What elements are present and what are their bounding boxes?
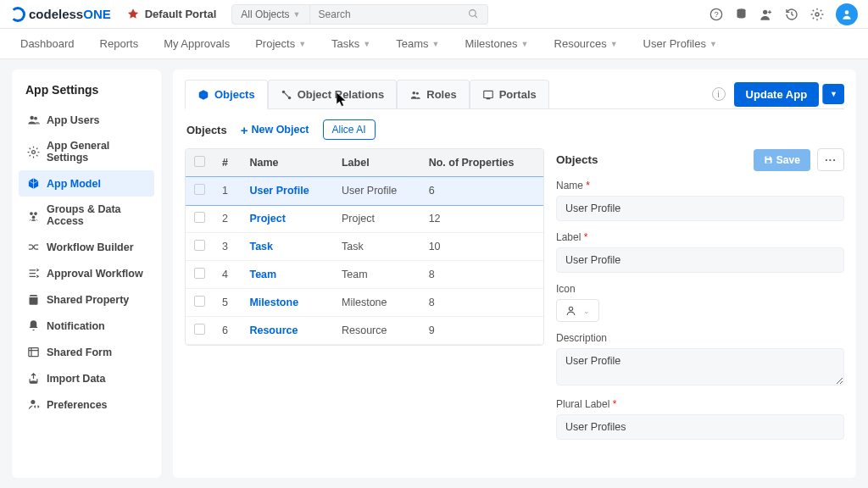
object-link[interactable]: Milestone	[249, 297, 298, 308]
save-button[interactable]: Save	[754, 149, 810, 171]
table-row[interactable]: 1User ProfileUser Profile6	[186, 177, 543, 205]
tabs: ObjectsObject RelationsRolesPortals i Up…	[185, 80, 844, 109]
svg-point-12	[34, 212, 37, 215]
svg-point-5	[763, 9, 767, 14]
col-header[interactable]: #	[214, 149, 241, 177]
plural-field[interactable]	[556, 414, 844, 440]
row-checkbox[interactable]	[194, 296, 205, 307]
table-row[interactable]: 5MilestoneMilestone8	[186, 289, 543, 317]
svg-point-11	[30, 212, 33, 215]
sidebar-icon	[27, 114, 40, 126]
nav-reports[interactable]: Reports	[100, 37, 139, 50]
svg-line-1	[475, 15, 477, 18]
svg-point-24	[569, 307, 572, 310]
tab-object-relations[interactable]: Object Relations	[268, 80, 398, 108]
person-icon	[565, 305, 576, 316]
sidebar-item-workflow-builder[interactable]: Workflow Builder	[19, 234, 154, 260]
row-checkbox[interactable]	[194, 212, 205, 223]
tab-roles[interactable]: Roles	[397, 80, 469, 108]
object-link[interactable]: Resource	[249, 324, 298, 336]
object-link[interactable]: User Profile	[249, 185, 309, 197]
col-header[interactable]: Name	[241, 149, 333, 177]
svg-point-8	[30, 116, 33, 119]
objects-table: #NameLabelNo. of Properties 1User Profil…	[185, 148, 544, 346]
help-icon[interactable]: ?	[709, 8, 723, 21]
icon-select[interactable]: ⌄	[556, 299, 599, 322]
search-input[interactable]	[310, 4, 488, 25]
svg-point-10	[32, 150, 36, 153]
alice-ai-button[interactable]: Alice AI	[323, 119, 376, 140]
info-icon[interactable]: i	[712, 87, 726, 101]
topbar: codelessONE Default Portal All Objects ▼…	[0, 0, 868, 29]
more-button[interactable]: ···	[817, 148, 844, 171]
svg-point-6	[815, 13, 819, 16]
new-object-button[interactable]: +New Object	[241, 123, 309, 137]
nav-user-profiles[interactable]: User Profiles▼	[643, 37, 717, 50]
table-row[interactable]: 6ResourceResource9	[186, 317, 543, 345]
sidebar-item-approval-workflow[interactable]: Approval Workflow	[19, 260, 154, 286]
avatar[interactable]	[836, 3, 858, 25]
navbar: DashboardReportsMy ApprovalsProjects▼Tas…	[0, 29, 868, 59]
update-app-dropdown[interactable]: ▼	[822, 84, 844, 104]
nav-projects[interactable]: Projects▼	[255, 37, 306, 50]
tab-icon	[281, 89, 292, 101]
name-field[interactable]	[556, 196, 844, 221]
sidebar-icon	[27, 177, 40, 190]
tab-icon	[198, 89, 209, 101]
brand-logo[interactable]: codelessONE	[10, 7, 111, 22]
table-row[interactable]: 4TeamTeam8	[186, 261, 543, 289]
update-app-button[interactable]: Update App	[734, 82, 819, 107]
col-header[interactable]: No. of Properties	[420, 149, 543, 177]
chevron-down-icon: ⌄	[583, 307, 590, 315]
nav-teams[interactable]: Teams▼	[396, 37, 439, 50]
settings-icon[interactable]	[810, 8, 824, 21]
tab-objects[interactable]: Objects	[185, 80, 268, 109]
nav-milestones[interactable]: Milestones▼	[465, 37, 528, 50]
objects-dropdown[interactable]: All Objects ▼	[231, 4, 309, 25]
select-all-checkbox[interactable]	[194, 156, 205, 167]
sidebar-item-app-general-settings[interactable]: App General Settings	[19, 133, 154, 170]
sidebar-icon	[27, 241, 40, 253]
row-checkbox[interactable]	[194, 240, 205, 251]
tab-portals[interactable]: Portals	[470, 80, 549, 108]
table-row[interactable]: 2ProjectProject12	[186, 205, 543, 233]
search-icon[interactable]	[468, 8, 479, 19]
sidebar-item-groups-data-access[interactable]: Groups & Data Access	[19, 197, 154, 234]
sidebar-item-app-users[interactable]: App Users	[19, 107, 154, 133]
tab-icon	[482, 89, 494, 101]
database-icon[interactable]	[735, 8, 748, 20]
sidebar-item-shared-form[interactable]: Shared Form	[19, 339, 154, 365]
logo-text-right: ONE	[83, 7, 111, 21]
nav-my-approvals[interactable]: My Approvals	[164, 37, 230, 50]
row-checkbox[interactable]	[194, 324, 205, 335]
sidebar-item-preferences[interactable]: Preferences	[19, 391, 154, 418]
svg-point-9	[34, 117, 37, 120]
nav-tasks[interactable]: Tasks▼	[331, 37, 370, 50]
sidebar-item-shared-property[interactable]: Shared Property	[19, 286, 154, 313]
object-link[interactable]: Task	[249, 241, 273, 252]
sidebar-item-import-data[interactable]: Import Data	[19, 365, 154, 391]
nav-dashboard[interactable]: Dashboard	[20, 37, 75, 50]
object-link[interactable]: Team	[249, 269, 276, 280]
nav-resources[interactable]: Resources▼	[554, 37, 618, 50]
tab-icon	[409, 89, 421, 101]
detail-title: Objects	[556, 153, 747, 166]
label-field[interactable]	[556, 247, 844, 273]
sidebar-icon	[27, 346, 40, 358]
portal-icon	[126, 8, 140, 21]
table-row[interactable]: 3TaskTask10	[186, 233, 543, 261]
sidebar-item-notification[interactable]: Notification	[19, 313, 154, 339]
object-link[interactable]: Project	[249, 213, 285, 225]
row-checkbox[interactable]	[194, 184, 205, 195]
sidebar-item-app-model[interactable]: App Model	[19, 170, 154, 197]
history-icon[interactable]	[785, 8, 798, 21]
sidebar-icon	[27, 146, 40, 158]
desc-field[interactable]: User Profile	[556, 348, 844, 385]
svg-text:?: ?	[714, 10, 718, 19]
row-checkbox[interactable]	[194, 268, 205, 279]
svg-rect-21	[483, 91, 492, 97]
user-add-icon[interactable]	[760, 8, 773, 21]
content-panel: ObjectsObject RelationsRolesPortals i Up…	[173, 69, 856, 478]
portal-selector[interactable]: Default Portal	[126, 8, 217, 21]
col-header[interactable]: Label	[333, 149, 420, 177]
